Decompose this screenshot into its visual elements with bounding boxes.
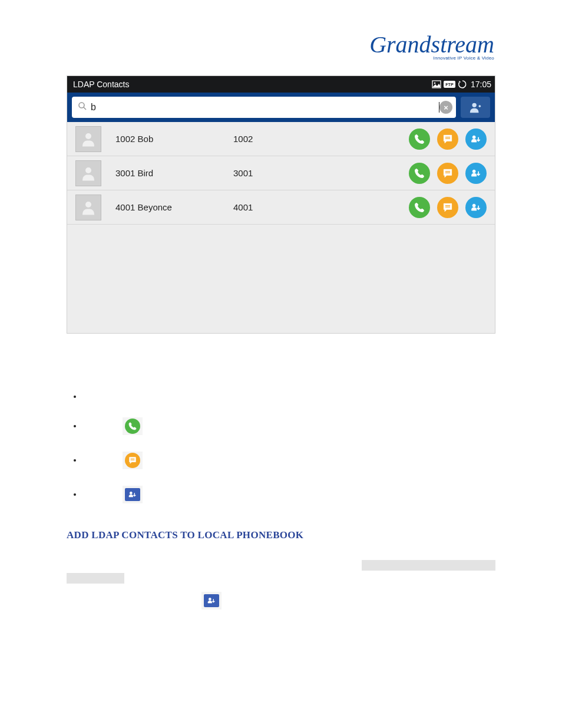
call-button[interactable] bbox=[409, 197, 430, 218]
call-button[interactable] bbox=[409, 163, 430, 184]
image-icon bbox=[432, 80, 441, 89]
svg-point-2 bbox=[79, 103, 84, 108]
contact-name: 3001 Bird bbox=[115, 168, 233, 178]
bullet-item bbox=[82, 452, 143, 469]
save-contact-button[interactable] bbox=[465, 129, 487, 150]
contact-name: 4001 Beyonce bbox=[115, 202, 233, 212]
ftp-badge: FTP bbox=[444, 81, 455, 88]
svg-point-4 bbox=[472, 103, 477, 107]
message-button[interactable] bbox=[437, 163, 458, 184]
search-icon bbox=[78, 101, 87, 113]
message-button[interactable] bbox=[437, 129, 458, 150]
svg-point-1 bbox=[434, 83, 436, 84]
add-contact-button[interactable] bbox=[461, 97, 490, 118]
contact-name: 1002 Bob bbox=[115, 134, 233, 144]
window-title: LDAP Contacts bbox=[73, 80, 129, 89]
call-icon bbox=[123, 417, 143, 435]
feature-bullets bbox=[82, 391, 143, 520]
svg-line-3 bbox=[84, 107, 86, 110]
svg-point-9 bbox=[85, 167, 91, 173]
svg-point-8 bbox=[472, 136, 475, 139]
search-input[interactable]: b bbox=[91, 102, 438, 113]
search-bar: b × bbox=[67, 93, 495, 122]
bullet-item bbox=[82, 391, 143, 401]
titlebar: LDAP Contacts FTP 17:05 bbox=[67, 76, 495, 93]
clock-time: 17:05 bbox=[471, 80, 491, 89]
contact-row[interactable]: 1002 Bob 1002 bbox=[67, 122, 495, 156]
contact-list: 1002 Bob 1002 3001 Bird 3001 4001 Beyonc… bbox=[67, 122, 495, 333]
message-button[interactable] bbox=[437, 197, 458, 218]
avatar bbox=[75, 195, 101, 220]
avatar bbox=[75, 126, 101, 152]
svg-point-12 bbox=[472, 170, 475, 173]
bullet-item bbox=[82, 417, 143, 435]
search-input-container[interactable]: b × bbox=[72, 97, 456, 118]
contact-row[interactable]: 3001 Bird 3001 bbox=[67, 156, 495, 190]
redacted-text bbox=[362, 560, 495, 571]
save-contact-button[interactable] bbox=[465, 163, 487, 184]
clear-search-button[interactable]: × bbox=[439, 101, 452, 114]
contact-row[interactable]: 4001 Beyonce 4001 bbox=[67, 190, 495, 225]
add-contact-icon bbox=[123, 486, 143, 503]
svg-point-13 bbox=[85, 202, 91, 207]
save-contact-button[interactable] bbox=[465, 197, 487, 218]
svg-point-20 bbox=[209, 598, 211, 600]
message-icon bbox=[123, 452, 143, 469]
brand-logo: Grandstream Innovative IP Voice & Video bbox=[369, 34, 494, 61]
svg-point-16 bbox=[472, 204, 475, 207]
contact-number: 3001 bbox=[233, 168, 328, 178]
brand-logo-text: Grandstream bbox=[369, 34, 494, 55]
contact-number: 4001 bbox=[233, 202, 328, 212]
section-heading: ADD LDAP CONTACTS TO LOCAL PHONEBOOK bbox=[67, 529, 303, 541]
refresh-icon bbox=[458, 80, 467, 89]
redacted-text bbox=[67, 573, 124, 584]
svg-point-19 bbox=[130, 492, 132, 494]
add-contact-icon bbox=[201, 592, 222, 610]
svg-point-5 bbox=[85, 133, 91, 139]
call-button[interactable] bbox=[409, 129, 430, 150]
avatar bbox=[75, 160, 101, 186]
bullet-item bbox=[82, 486, 143, 503]
contact-number: 1002 bbox=[233, 134, 328, 144]
ldap-contacts-screenshot: LDAP Contacts FTP 17:05 b × 100 bbox=[67, 75, 495, 334]
